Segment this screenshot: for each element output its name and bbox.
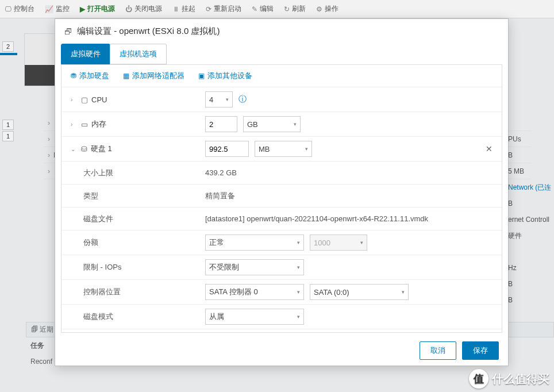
row-max-size: 大小上限 439.2 GB xyxy=(61,162,502,185)
label-disk1: ⌄⛁硬盘 1 xyxy=(61,144,205,154)
row-disk1: ⌄⛁硬盘 1 MB▾ ✕ xyxy=(61,137,502,162)
tab-vm-options[interactable]: 虚拟机选项 xyxy=(110,44,167,64)
device-icon: ▣ xyxy=(198,72,205,80)
modal-title: 编辑设置 - openwrt (ESXi 8.0 虚拟机) xyxy=(77,26,220,37)
chevron-down-icon: ▾ xyxy=(305,146,308,152)
controller-select[interactable]: SATA 控制器 0▾ xyxy=(205,284,304,300)
row-type: 类型 精简置备 xyxy=(61,185,502,207)
disk-mode-select[interactable]: 从属▾ xyxy=(205,309,304,325)
chevron-down-icon: ▾ xyxy=(297,314,300,320)
row-shares: 份额 正常▾ 1000▾ xyxy=(61,230,502,255)
row-file: 磁盘文件 [datastore1] openwrt/quan-20221104-… xyxy=(61,207,502,230)
chevron-down-icon: ▾ xyxy=(297,289,300,295)
label-max-size: 大小上限 xyxy=(61,168,205,178)
memory-icon: ▭ xyxy=(81,120,88,129)
chevron-down-icon: ▾ xyxy=(297,264,300,270)
watermark-badge: 值 xyxy=(469,369,488,389)
disk-icon: ⛃ xyxy=(71,72,76,80)
chevron-down-icon: ▾ xyxy=(297,240,300,245)
nic-icon: ▦ xyxy=(123,72,129,80)
actions-row: ⛃添加硬盘 ▦添加网络适配器 ▣添加其他设备 xyxy=(61,65,502,87)
row-share: 共享 无▾ xyxy=(61,329,502,333)
chevron-down-icon: ▾ xyxy=(226,97,229,102)
chevron-down-icon[interactable]: ⌄ xyxy=(71,146,76,152)
value-type: 精简置备 xyxy=(205,191,235,201)
row-iops: 限制 - IOPs 不受限制▾ xyxy=(61,255,502,280)
value-file: [datastore1] openwrt/quan-20221104-openw… xyxy=(205,214,428,223)
cpu-icon: ▢ xyxy=(81,95,88,104)
vm-icon: 🗗 xyxy=(64,27,72,36)
iops-select[interactable]: 不受限制▾ xyxy=(205,259,304,275)
memory-unit-select[interactable]: GB▾ xyxy=(243,116,301,132)
label-iops: 限制 - IOPs xyxy=(61,262,205,272)
modal-tabs: 虚拟硬件 虚拟机选项 xyxy=(55,44,508,64)
label-memory: ›▭内存 xyxy=(61,119,205,129)
disk-size-input[interactable] xyxy=(205,141,249,157)
label-disk-mode: 磁盘模式 xyxy=(61,312,205,322)
chevron-right-icon[interactable]: › xyxy=(71,97,76,103)
hdd-icon: ⛁ xyxy=(81,145,87,153)
add-nic-button[interactable]: ▦添加网络适配器 xyxy=(123,71,184,81)
watermark: 值 什么值得买 xyxy=(469,369,549,389)
label-file: 磁盘文件 xyxy=(61,214,205,224)
chevron-down-icon: ▾ xyxy=(402,289,405,295)
cpu-select[interactable]: 4▾ xyxy=(205,91,233,107)
row-cpu: ›▢CPU 4▾ ⓘ xyxy=(61,87,502,112)
modal-footer: 取消 保存 xyxy=(55,335,508,366)
shares-num-select: 1000▾ xyxy=(310,235,367,251)
label-cpu: ›▢CPU xyxy=(61,95,205,104)
label-shares: 份额 xyxy=(61,237,205,248)
modal-body: ⛃添加硬盘 ▦添加网络适配器 ▣添加其他设备 ›▢CPU 4▾ ⓘ ›▭内存 G… xyxy=(61,64,502,333)
chevron-right-icon[interactable]: › xyxy=(71,121,76,128)
value-max-size: 439.2 GB xyxy=(205,168,237,177)
row-controller: 控制器位置 SATA 控制器 0▾ SATA (0:0)▾ xyxy=(61,280,502,305)
chevron-down-icon: ▾ xyxy=(294,121,297,127)
add-other-button[interactable]: ▣添加其他设备 xyxy=(198,71,252,81)
row-disk-mode: 磁盘模式 从属▾ xyxy=(61,305,502,329)
modal-header: 🗗 编辑设置 - openwrt (ESXi 8.0 虚拟机) xyxy=(55,19,508,44)
shares-select[interactable]: 正常▾ xyxy=(205,235,304,251)
memory-input[interactable] xyxy=(205,116,237,132)
controller-pos-select[interactable]: SATA (0:0)▾ xyxy=(310,284,409,300)
save-button[interactable]: 保存 xyxy=(462,341,499,360)
row-memory: ›▭内存 GB▾ xyxy=(61,112,502,137)
add-disk-button[interactable]: ⛃添加硬盘 xyxy=(71,71,109,81)
label-controller: 控制器位置 xyxy=(61,287,205,297)
watermark-text: 什么值得买 xyxy=(492,371,549,387)
chevron-down-icon: ▾ xyxy=(360,240,363,245)
info-icon[interactable]: ⓘ xyxy=(238,94,247,105)
cancel-button[interactable]: 取消 xyxy=(420,341,456,360)
disk-unit-select[interactable]: MB▾ xyxy=(255,141,312,157)
edit-settings-modal: 🗗 编辑设置 - openwrt (ESXi 8.0 虚拟机) 虚拟硬件 虚拟机… xyxy=(55,18,509,366)
tab-virtual-hardware[interactable]: 虚拟硬件 xyxy=(61,44,110,64)
label-type: 类型 xyxy=(61,191,205,201)
remove-disk-button[interactable]: ✕ xyxy=(486,144,493,153)
